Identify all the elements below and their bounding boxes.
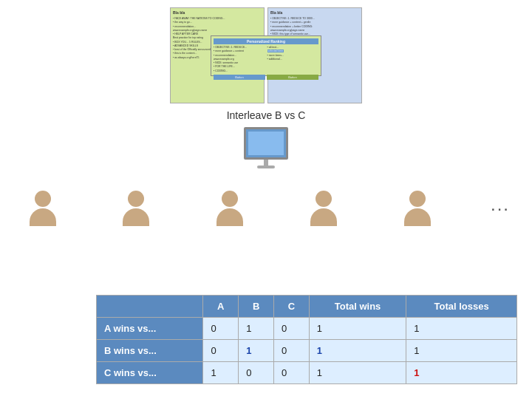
persons-dots: ... [491, 194, 510, 215]
row-2-total-losses: 1 [406, 340, 517, 362]
table-row: B wins vs... 0 1 0 1 1 [97, 340, 517, 362]
person-3-body [216, 208, 243, 226]
row-2-c: 0 [273, 340, 309, 362]
table-row: C wins vs... 1 0 0 1 1 [97, 362, 517, 384]
results-table-container: A B C Total wins Total losses A wins vs.… [96, 295, 517, 384]
persons-row: ... [22, 191, 510, 226]
person-1 [22, 191, 63, 226]
monitor [240, 127, 292, 175]
slides-area: Bla bla • FACE AWAY: THE NATIONS TO CODI… [170, 7, 362, 103]
person-2-head [128, 191, 144, 207]
overlay-btn-2[interactable]: Button [267, 75, 318, 80]
slide-right-title: Bla bla [270, 10, 359, 16]
monitor-neck [264, 160, 268, 166]
overlay-btn-1[interactable]: Button [214, 75, 265, 80]
row-3-b: 0 [239, 362, 274, 384]
person-2 [116, 191, 157, 226]
slide-left-title: Bla bla [173, 10, 262, 16]
results-table: A B C Total wins Total losses A wins vs.… [96, 295, 517, 384]
table-header-row: A B C Total wins Total losses [97, 296, 517, 318]
person-4-head [316, 191, 332, 207]
row-2-total-wins: 1 [309, 340, 406, 362]
row-1-c: 0 [273, 318, 309, 340]
col-header-c: C [273, 296, 309, 318]
person-3-head [222, 191, 238, 207]
overlay-col-right: • alt text... selected item • more items… [267, 46, 319, 73]
person-1-body [30, 208, 56, 226]
person-2-body [123, 208, 149, 226]
col-header-b: B [239, 296, 274, 318]
person-3 [210, 191, 250, 226]
person-4-body [310, 208, 337, 226]
overlay-bottom-buttons: Button Button [214, 75, 318, 80]
col-header-total-wins: Total wins [309, 296, 406, 318]
row-1-label: A wins vs... [97, 318, 203, 340]
row-2-label: B wins vs... [97, 340, 203, 362]
col-header-empty [97, 296, 203, 318]
row-2-b: 1 [239, 340, 274, 362]
col-header-total-losses: Total losses [406, 296, 517, 318]
row-3-total-losses: 1 [406, 362, 517, 384]
person-5-body [404, 208, 431, 226]
monitor-screen [244, 127, 288, 160]
row-1-total-losses: 1 [406, 318, 517, 340]
person-5 [397, 191, 437, 226]
row-1-b: 1 [239, 318, 274, 340]
overlay-col-left: • OBJECTIVE: 1. REDUCE... • more guidanc… [214, 46, 265, 73]
slide-overlay: Personalized Ranking • OBJECTIVE: 1. RED… [211, 35, 321, 76]
col-header-a: A [203, 296, 239, 318]
row-3-a: 1 [203, 362, 239, 384]
interleave-label: Interleave B vs C [227, 109, 306, 121]
overlay-header: Personalized Ranking [214, 38, 318, 44]
row-3-total-wins: 1 [309, 362, 406, 384]
monitor-base [257, 166, 275, 168]
overlay-content: • OBJECTIVE: 1. REDUCE... • more guidanc… [214, 46, 318, 73]
row-1-a: 0 [203, 318, 239, 340]
row-1-total-wins: 1 [309, 318, 406, 340]
person-5-head [409, 191, 426, 207]
row-3-c: 0 [273, 362, 309, 384]
row-3-label: C wins vs... [97, 362, 203, 384]
person-4 [303, 191, 344, 226]
person-1-head [35, 191, 51, 207]
table-row: A wins vs... 0 1 0 1 1 [97, 318, 517, 340]
row-2-a: 0 [203, 340, 239, 362]
